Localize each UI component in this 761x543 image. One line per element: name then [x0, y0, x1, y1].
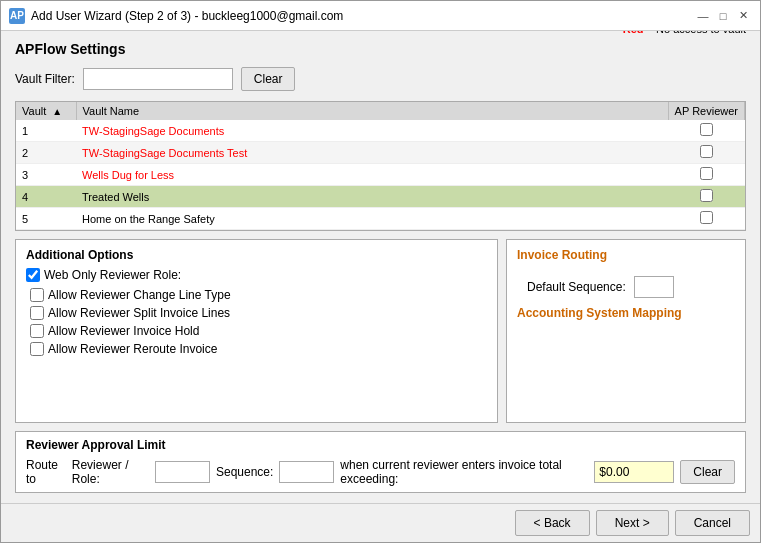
footer-row: < Back Next > Cancel: [1, 503, 760, 542]
ap-reviewer-checkbox[interactable]: [700, 167, 713, 180]
minimize-button[interactable]: —: [694, 7, 712, 25]
reviewer-role-label: Reviewer / Role:: [72, 458, 149, 486]
approval-clear-button[interactable]: Clear: [680, 460, 735, 484]
option-row: Allow Reviewer Split Invoice Lines: [26, 306, 487, 320]
option-label-opt3: Allow Reviewer Invoice Hold: [48, 324, 199, 338]
cell-vault-number: 5: [16, 208, 76, 230]
ap-reviewer-checkbox[interactable]: [700, 123, 713, 136]
table-header-row: Vault ▲ Vault Name AP Reviewer: [16, 102, 745, 120]
cell-ap-reviewer: [668, 208, 744, 230]
option-checkbox-opt4[interactable]: [30, 342, 44, 356]
red-note: Red = No access to vault: [623, 31, 746, 35]
table-row[interactable]: 1TW-StagingSage Documents: [16, 120, 745, 142]
cell-vault-number: 2: [16, 142, 76, 164]
approval-limit-section: Reviewer Approval Limit Route to Reviewe…: [15, 431, 746, 493]
col-header-vault[interactable]: Vault ▲: [16, 102, 76, 120]
option-checkbox-opt2[interactable]: [30, 306, 44, 320]
option-checkbox-opt1[interactable]: [30, 288, 44, 302]
sequence-input[interactable]: [279, 461, 334, 483]
reviewer-role-input[interactable]: [155, 461, 210, 483]
default-seq-label: Default Sequence:: [527, 280, 626, 294]
title-bar-left: AP Add User Wizard (Step 2 of 3) - buckl…: [9, 8, 343, 24]
table-row[interactable]: 2TW-StagingSage Documents Test: [16, 142, 745, 164]
vault-filter-row: Vault Filter: Clear: [15, 67, 746, 91]
col-header-name[interactable]: Vault Name: [76, 102, 668, 120]
window-controls: — □ ✕: [694, 7, 752, 25]
next-button[interactable]: Next >: [596, 510, 669, 536]
option-row: Allow Reviewer Reroute Invoice: [26, 342, 487, 356]
app-icon: AP: [9, 8, 25, 24]
option-row: Allow Reviewer Invoice Hold: [26, 324, 487, 338]
table-row[interactable]: 4Treated Wells: [16, 186, 745, 208]
table-row[interactable]: 5Home on the Range Safety: [16, 208, 745, 230]
red-suffix: = No access to vault: [647, 31, 746, 35]
cell-vault-name: Treated Wells: [76, 186, 668, 208]
sort-arrow-icon: ▲: [52, 106, 62, 117]
option-checkbox-opt3[interactable]: [30, 324, 44, 338]
close-button[interactable]: ✕: [734, 7, 752, 25]
invoice-routing-title: Invoice Routing: [517, 248, 735, 262]
cell-ap-reviewer: [668, 120, 744, 142]
ap-reviewer-checkbox[interactable]: [700, 145, 713, 158]
vault-table-container: Vault ▲ Vault Name AP Reviewer 1TW-Stagi…: [15, 101, 746, 231]
cell-vault-name: Wells Dug for Less: [76, 164, 668, 186]
accounting-mapping-title: Accounting System Mapping: [517, 306, 735, 320]
invoice-routing-panel: Invoice Routing Default Sequence: Accoun…: [506, 239, 746, 423]
main-window: AP Add User Wizard (Step 2 of 3) - buckl…: [0, 0, 761, 543]
ap-reviewer-checkbox[interactable]: [700, 211, 713, 224]
window-title: Add User Wizard (Step 2 of 3) - buckleeg…: [31, 9, 343, 23]
web-only-label: Web Only Reviewer Role:: [44, 268, 181, 282]
lower-section: Additional Options Web Only Reviewer Rol…: [15, 239, 746, 423]
cell-vault-name: TW-StagingSage Documents Test: [76, 142, 668, 164]
cancel-button[interactable]: Cancel: [675, 510, 750, 536]
web-only-checkbox[interactable]: [26, 268, 40, 282]
table-row[interactable]: 3Wells Dug for Less: [16, 164, 745, 186]
maximize-button[interactable]: □: [714, 7, 732, 25]
route-to-label: Route to: [26, 458, 66, 486]
vault-table: Vault ▲ Vault Name AP Reviewer 1TW-Stagi…: [16, 102, 745, 230]
default-seq-input[interactable]: [634, 276, 674, 298]
additional-options-panel: Additional Options Web Only Reviewer Rol…: [15, 239, 498, 423]
cell-ap-reviewer: [668, 142, 744, 164]
when-label: when current reviewer enters invoice tot…: [340, 458, 588, 486]
approval-limit-row: Route to Reviewer / Role: Sequence: when…: [26, 458, 735, 486]
option-label-opt1: Allow Reviewer Change Line Type: [48, 288, 231, 302]
cell-vault-number: 3: [16, 164, 76, 186]
cell-ap-reviewer: [668, 186, 744, 208]
page-title: APFlow Settings: [15, 41, 125, 57]
vault-filter-label: Vault Filter:: [15, 72, 75, 86]
web-only-row: Web Only Reviewer Role:: [26, 268, 487, 282]
main-content: APFlow Settings Red = No access to vault…: [1, 31, 760, 503]
cell-vault-number: 1: [16, 120, 76, 142]
amount-input[interactable]: [594, 461, 674, 483]
sequence-label: Sequence:: [216, 465, 273, 479]
option-label-opt2: Allow Reviewer Split Invoice Lines: [48, 306, 230, 320]
cell-ap-reviewer: [668, 164, 744, 186]
ap-reviewer-checkbox[interactable]: [700, 189, 713, 202]
title-bar: AP Add User Wizard (Step 2 of 3) - buckl…: [1, 1, 760, 31]
red-label: Red: [623, 31, 644, 35]
vault-filter-clear-button[interactable]: Clear: [241, 67, 296, 91]
approval-limit-title: Reviewer Approval Limit: [26, 438, 735, 452]
vault-filter-input[interactable]: [83, 68, 233, 90]
additional-options-title: Additional Options: [26, 248, 487, 262]
cell-vault-name: Home on the Range Safety: [76, 208, 668, 230]
default-seq-row: Default Sequence:: [517, 276, 735, 298]
option-row: Allow Reviewer Change Line Type: [26, 288, 487, 302]
cell-vault-name: TW-StagingSage Documents: [76, 120, 668, 142]
cell-vault-number: 4: [16, 186, 76, 208]
option-label-opt4: Allow Reviewer Reroute Invoice: [48, 342, 217, 356]
col-header-reviewer[interactable]: AP Reviewer: [668, 102, 744, 120]
back-button[interactable]: < Back: [515, 510, 590, 536]
